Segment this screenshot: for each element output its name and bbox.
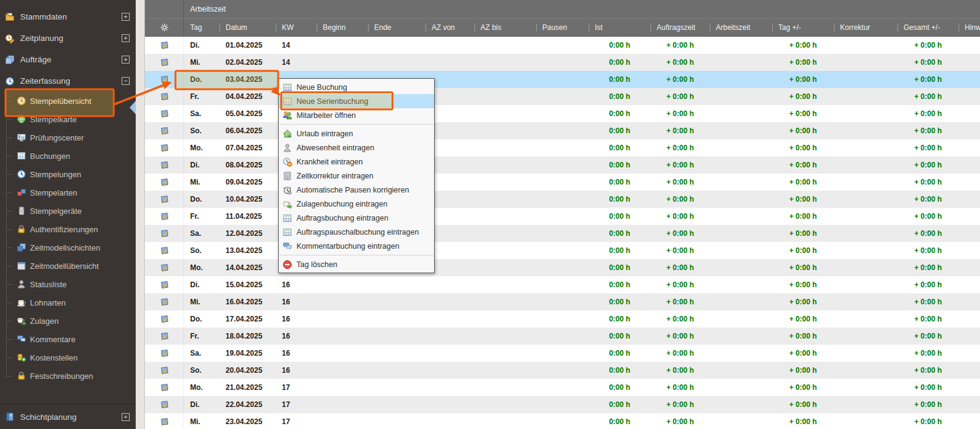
column-header-arbeitszeit[interactable]: Arbeitszeit xyxy=(710,19,772,36)
edit-row-button[interactable] xyxy=(145,191,184,208)
sidebar-item-buchungen[interactable]: Buchungen xyxy=(0,147,136,165)
table-row[interactable]: Sa.19.04.2025160:00 h+ 0:00 h+ 0:00 h+ 0… xyxy=(145,345,980,362)
column-header-korrektur[interactable]: Korrektur xyxy=(834,19,897,36)
edit-row-button[interactable] xyxy=(145,54,184,71)
sidebar-item-stempelgeraete[interactable]: Stempelgeräte xyxy=(0,202,136,220)
column-header-hinw[interactable]: Hinw xyxy=(959,19,980,36)
column-header-tag[interactable]: Tag +/- xyxy=(772,19,834,36)
table-row[interactable]: Mo.14.04.20250:00 h+ 0:00 h+ 0:00 h+ 0:0… xyxy=(145,259,980,276)
table-row[interactable]: So.13.04.20250:00 h+ 0:00 h+ 0:00 h+ 0:0… xyxy=(145,242,980,259)
sidebar-item-pruefungscenter[interactable]: Prüfungscenter xyxy=(0,128,136,147)
edit-row-button[interactable] xyxy=(145,328,184,345)
table-row[interactable]: Mo.07.04.20250:00 h+ 0:00 h+ 0:00 h+ 0:0… xyxy=(145,139,980,156)
table-row[interactable]: Fr.04.04.20250:00 h+ 0:00 h+ 0:00 h+ 0:0… xyxy=(145,88,980,105)
table-row[interactable]: So.06.04.20250:00 h+ 0:00 h+ 0:00 h+ 0:0… xyxy=(145,122,980,139)
table-row[interactable]: Mo.21.04.2025170:00 h+ 0:00 h+ 0:00 h+ 0… xyxy=(145,379,980,396)
sidebar-collapse-arrow[interactable] xyxy=(130,101,136,114)
context-menu-item-krankheit-eintragen[interactable]: Krankheit eintragen xyxy=(279,155,434,169)
context-menu-item-neue-serienbuchung[interactable]: Neue Serienbuchung xyxy=(279,94,434,108)
column-header-gesamt[interactable]: Gesamt +/- xyxy=(897,19,959,36)
edit-row-button[interactable] xyxy=(145,139,184,156)
edit-row-button[interactable] xyxy=(145,71,184,88)
sidebar-item-zulagen[interactable]: Zulagen xyxy=(0,312,136,330)
edit-row-button[interactable] xyxy=(145,105,184,122)
edit-row-button[interactable] xyxy=(145,259,184,276)
sidebar-item-stammdaten[interactable]: Stammdaten + xyxy=(0,6,136,28)
column-header-datum[interactable]: Datum xyxy=(219,19,276,36)
edit-row-button[interactable] xyxy=(145,396,184,413)
table-row[interactable]: Fr.11.04.20250:00 h+ 0:00 h+ 0:00 h+ 0:0… xyxy=(145,208,980,225)
sidebar-item-zeitplanung[interactable]: Zeitplanung + xyxy=(0,28,136,49)
column-header-pausen[interactable]: Pausen xyxy=(536,19,589,36)
context-menu-item-abwesenheit-eintragen[interactable]: Abwesenheit eintragen xyxy=(279,141,434,155)
column-header-az-von[interactable]: AZ von xyxy=(426,19,474,36)
context-menu-item-neue-buchung[interactable]: Neue Buchung xyxy=(279,80,434,94)
expand-toggle-icon[interactable]: − xyxy=(122,77,130,85)
column-header-kw[interactable]: KW xyxy=(276,19,317,36)
edit-row-button[interactable] xyxy=(145,310,184,328)
column-header-ist[interactable]: Ist xyxy=(589,19,650,36)
sidebar-item-stempeluebersicht[interactable]: Stempelübersicht xyxy=(0,92,136,110)
table-row[interactable]: So.20.04.2025160:00 h+ 0:00 h+ 0:00 h+ 0… xyxy=(145,362,980,379)
table-row[interactable]: Do.10.04.20250:00 h+ 0:00 h+ 0:00 h+ 0:0… xyxy=(145,191,980,208)
sidebar-item-kostenstellen[interactable]: Kostenstellen xyxy=(0,348,136,367)
context-menu-item-kommentarbuchung-eintragen[interactable]: Kommentarbuchung eintragen xyxy=(279,239,434,253)
table-row[interactable]: Di.08.04.20250:00 h+ 0:00 h+ 0:00 h+ 0:0… xyxy=(145,156,980,174)
sidebar-item-stempelarten[interactable]: Stempelarten xyxy=(0,183,136,202)
edit-row-button[interactable] xyxy=(145,208,184,225)
expand-toggle-icon[interactable]: + xyxy=(122,34,130,42)
table-row[interactable]: Fr.18.04.2025160:00 h+ 0:00 h+ 0:00 h+ 0… xyxy=(145,328,980,345)
sidebar-item-schichtplanung[interactable]: Schichtplanung + xyxy=(0,405,136,429)
edit-row-button[interactable] xyxy=(145,225,184,242)
column-header-az-bis[interactable]: AZ bis xyxy=(474,19,536,36)
column-header-auftragszeit[interactable]: Auftragszeit xyxy=(650,19,710,36)
context-menu-item-urlaub-eintragen[interactable]: Urlaub eintragen xyxy=(279,127,434,141)
context-menu-item-auftragsbuchung-eintragen[interactable]: Auftragsbuchung eintragen xyxy=(279,211,434,225)
sidebar-item-stempelkarte[interactable]: Stempelkarte xyxy=(0,110,136,128)
sidebar-item-festschreibungen[interactable]: Festschreibungen xyxy=(0,367,136,385)
sidebar-item-auftraege[interactable]: Aufträge + xyxy=(0,49,136,70)
context-menu-item-tag-l-schen[interactable]: Tag löschen xyxy=(279,257,434,271)
edit-row-button[interactable] xyxy=(145,345,184,362)
table-row[interactable]: Mi.02.04.2025140:00 h+ 0:00 h+ 0:00 h+ 0… xyxy=(145,54,980,71)
edit-row-button[interactable] xyxy=(145,122,184,139)
table-row[interactable]: Sa.12.04.20250:00 h+ 0:00 h+ 0:00 h+ 0:0… xyxy=(145,225,980,242)
edit-row-button[interactable] xyxy=(145,379,184,396)
edit-row-button[interactable] xyxy=(145,242,184,259)
edit-row-button[interactable] xyxy=(145,362,184,379)
edit-row-button[interactable] xyxy=(145,88,184,105)
column-settings-button[interactable] xyxy=(145,19,184,36)
sidebar-item-zeitmodelluebersicht[interactable]: Zeitmodellübersicht xyxy=(0,257,136,275)
table-row[interactable]: Di.15.04.2025160:00 h+ 0:00 h+ 0:00 h+ 0… xyxy=(145,276,980,293)
expand-toggle-icon[interactable]: + xyxy=(122,56,130,64)
table-row[interactable]: Mi.16.04.2025160:00 h+ 0:00 h+ 0:00 h+ 0… xyxy=(145,293,980,310)
edit-row-button[interactable] xyxy=(145,37,184,54)
table-row[interactable]: Mi.23.04.2025170:00 h+ 0:00 h+ 0:00 h+ 0… xyxy=(145,413,980,429)
context-menu-item-automatische-pausen-korrigieren[interactable]: Automatische Pausen korrigieren xyxy=(279,183,434,197)
edit-row-button[interactable] xyxy=(145,156,184,174)
sidebar-item-authentifizierungen[interactable]: Authentifizierungen xyxy=(0,220,136,238)
context-menu-item-mitarbeiter-ffnen[interactable]: Mitarbeiter öffnen xyxy=(279,108,434,122)
edit-row-button[interactable] xyxy=(145,276,184,293)
column-header-tag[interactable]: Tag xyxy=(184,19,219,36)
context-menu-item-zulagenbuchung-eintragen[interactable]: Zulagenbuchung eintragen xyxy=(279,197,434,211)
table-row[interactable]: Di.01.04.2025140:00 h+ 0:00 h+ 0:00 h+ 0… xyxy=(145,37,980,54)
edit-row-button[interactable] xyxy=(145,174,184,191)
table-row[interactable]: Do.03.04.20250:00 h+ 0:00 h+ 0:00 h+ 0:0… xyxy=(145,71,980,88)
sidebar-item-lohnarten[interactable]: Lohnarten xyxy=(0,293,136,312)
table-row[interactable]: Sa.05.04.20250:00 h+ 0:00 h+ 0:00 h+ 0:0… xyxy=(145,105,980,122)
column-header-beginn[interactable]: Beginn xyxy=(317,19,368,36)
table-row[interactable]: Di.22.04.2025170:00 h+ 0:00 h+ 0:00 h+ 0… xyxy=(145,396,980,413)
column-header-ende[interactable]: Ende xyxy=(368,19,426,36)
sidebar-item-zeitmodellschichten[interactable]: Zeitmodellschichten xyxy=(0,238,136,257)
expand-toggle-icon[interactable]: + xyxy=(122,13,130,21)
table-row[interactable]: Do.17.04.2025160:00 h+ 0:00 h+ 0:00 h+ 0… xyxy=(145,310,980,328)
context-menu-item-auftragspauschalbuchung-eintragen[interactable]: Auftragspauschalbuchung eintragen xyxy=(279,225,434,239)
sidebar-item-statusliste[interactable]: Statusliste xyxy=(0,275,136,293)
table-row[interactable]: Mi.09.04.20250:00 h+ 0:00 h+ 0:00 h+ 0:0… xyxy=(145,174,980,191)
context-menu-item-zeitkorrektur-eintragen[interactable]: Zeitkorrektur eintragen xyxy=(279,169,434,183)
sidebar-item-zeiterfassung[interactable]: Zeiterfassung − xyxy=(0,70,136,92)
sidebar-item-kommentare[interactable]: Kommentare xyxy=(0,330,136,348)
edit-row-button[interactable] xyxy=(145,413,184,429)
sidebar-item-stempelungen[interactable]: Stempelungen xyxy=(0,165,136,183)
